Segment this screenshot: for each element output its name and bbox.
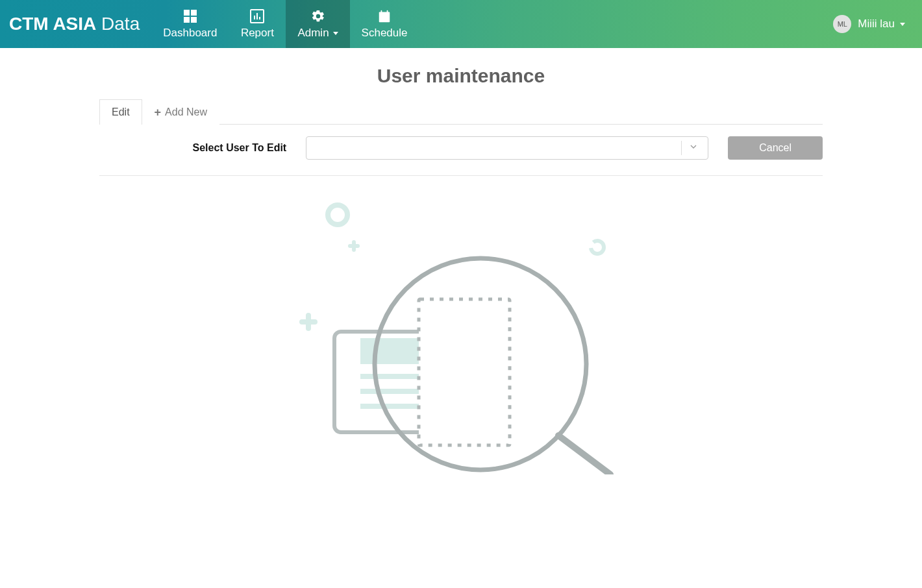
nav-report-label: Report <box>241 27 274 40</box>
tab-edit[interactable]: Edit <box>99 99 142 125</box>
dashboard-icon <box>182 8 198 24</box>
nav-admin-label: Admin <box>297 27 338 40</box>
empty-illustration <box>99 176 823 513</box>
svg-rect-3 <box>191 17 197 23</box>
svg-rect-10 <box>381 10 382 14</box>
select-divider <box>681 141 682 155</box>
user-menu[interactable]: ML Miiii lau <box>833 15 922 33</box>
svg-rect-0 <box>184 10 190 16</box>
tab-add-label: Add New <box>165 106 207 118</box>
svg-line-27 <box>558 435 610 474</box>
tab-edit-label: Edit <box>112 106 130 118</box>
plus-icon: + <box>155 106 162 118</box>
nav-dashboard[interactable]: Dashboard <box>151 0 229 48</box>
brand-light: Data <box>101 14 140 34</box>
avatar: ML <box>833 15 851 33</box>
gear-icon <box>310 8 326 24</box>
page-content: User maintenance Edit + Add New Select U… <box>99 65 823 513</box>
cancel-button[interactable]: Cancel <box>728 136 823 160</box>
user-name: Miiii lau <box>858 18 905 31</box>
nav-dashboard-label: Dashboard <box>163 27 217 40</box>
tabs: Edit + Add New <box>99 99 823 125</box>
select-user-label: Select User To Edit <box>99 142 286 154</box>
svg-rect-1 <box>191 10 197 16</box>
nav-report[interactable]: Report <box>229 0 286 48</box>
page-title: User maintenance <box>99 65 823 87</box>
avatar-initials: ML <box>838 20 847 28</box>
user-name-text: Miiii lau <box>858 18 895 31</box>
search-doc-illustration-icon <box>292 195 630 474</box>
chevron-down-icon <box>688 141 699 154</box>
calendar-icon <box>377 8 392 24</box>
app-header: CTM ASIA Data Dashboard Report Admin <box>0 0 922 48</box>
svg-rect-11 <box>387 10 388 14</box>
select-user-row: Select User To Edit Cancel <box>99 125 823 176</box>
user-select[interactable] <box>306 136 708 160</box>
svg-rect-12 <box>379 14 390 16</box>
nav-schedule[interactable]: Schedule <box>350 0 419 48</box>
main-nav: Dashboard Report Admin Schedule <box>151 0 419 48</box>
brand-bold: CTM ASIA <box>9 14 96 34</box>
svg-rect-13 <box>381 17 383 18</box>
nav-admin[interactable]: Admin <box>286 0 349 48</box>
tab-add-new[interactable]: + Add New <box>142 99 219 125</box>
bar-chart-icon <box>249 8 265 24</box>
caret-down-icon <box>333 32 338 35</box>
caret-down-icon <box>900 23 905 26</box>
svg-point-14 <box>328 205 347 225</box>
nav-schedule-label: Schedule <box>362 27 408 40</box>
svg-point-19 <box>591 241 604 254</box>
nav-admin-text: Admin <box>297 27 329 40</box>
svg-rect-25 <box>419 299 510 445</box>
brand: CTM ASIA Data <box>0 14 151 34</box>
svg-rect-2 <box>184 17 190 23</box>
